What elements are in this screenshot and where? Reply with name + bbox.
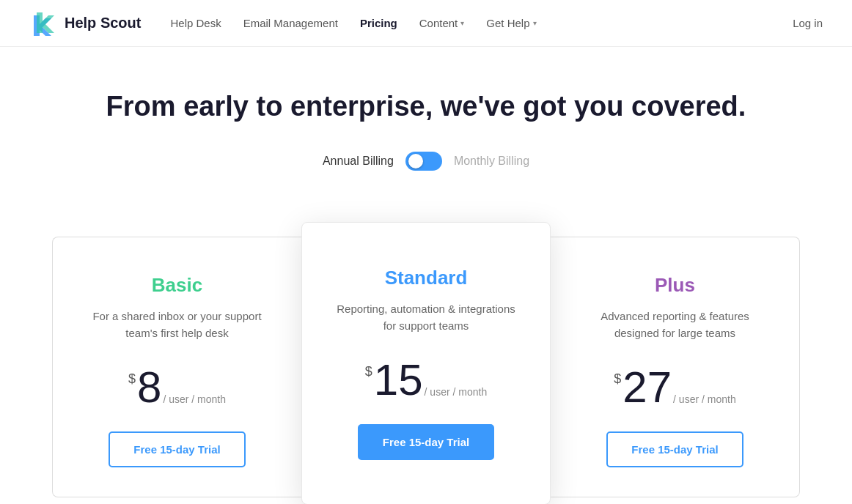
nav-get-help[interactable]: Get Help ▾	[486, 17, 536, 29]
helpscout-logo-icon	[29, 10, 57, 37]
nav-help-desk[interactable]: Help Desk	[170, 17, 221, 29]
logo-link[interactable]: Help Scout	[29, 10, 141, 37]
price-num-standard: 15	[374, 358, 423, 402]
logo-text: Help Scout	[65, 15, 141, 32]
plan-name-basic: Basic	[82, 274, 272, 297]
monthly-billing-label: Monthly Billing	[454, 155, 529, 168]
currency-basic: $	[128, 371, 136, 387]
plan-card-standard: Standard Reporting, automation & integra…	[301, 222, 551, 504]
navbar: Help Scout Help Desk Email Management Pr…	[0, 0, 852, 47]
plan-desc-basic: For a shared inbox or your support team'…	[82, 308, 272, 344]
plan-price-standard: $ 15 / user / month	[331, 358, 521, 402]
plan-price-basic: $ 8 / user / month	[82, 366, 272, 410]
price-period-standard: / user / month	[425, 386, 488, 398]
hero-section: From early to enterprise, we've got you …	[0, 47, 852, 237]
nav-content[interactable]: Content ▾	[419, 17, 465, 29]
trial-btn-standard[interactable]: Free 15-day Trial	[358, 424, 494, 460]
billing-toggle[interactable]	[405, 152, 442, 171]
price-num-plus: 27	[623, 366, 672, 410]
annual-billing-label: Annual Billing	[323, 155, 394, 168]
nav-email-management[interactable]: Email Management	[243, 17, 338, 29]
plan-price-plus: $ 27 / user / month	[580, 366, 770, 410]
price-period-basic: / user / month	[163, 393, 226, 405]
nav-pricing[interactable]: Pricing	[360, 17, 397, 29]
get-help-chevron-icon: ▾	[533, 19, 537, 27]
login-link[interactable]: Log in	[793, 17, 823, 29]
plan-name-standard: Standard	[331, 267, 521, 289]
currency-plus: $	[614, 371, 621, 387]
price-period-plus: / user / month	[673, 393, 736, 405]
billing-toggle-group: Annual Billing Monthly Billing	[15, 152, 837, 171]
pricing-cards: Basic For a shared inbox or your support…	[0, 237, 852, 504]
content-chevron-icon: ▾	[460, 19, 464, 27]
plan-card-plus: Plus Advanced reporting & features desig…	[551, 237, 800, 497]
plan-desc-plus: Advanced reporting & features designed f…	[580, 308, 770, 344]
hero-title: From early to enterprise, we've got you …	[15, 91, 837, 122]
price-num-basic: 8	[137, 366, 161, 410]
trial-btn-basic[interactable]: Free 15-day Trial	[109, 431, 245, 467]
currency-standard: $	[365, 364, 372, 379]
plan-name-plus: Plus	[580, 274, 770, 297]
nav-links: Help Desk Email Management Pricing Conte…	[170, 17, 793, 29]
plan-card-basic: Basic For a shared inbox or your support…	[52, 237, 301, 497]
toggle-thumb	[408, 154, 423, 168]
plan-desc-standard: Reporting, automation & integrations for…	[331, 301, 521, 336]
trial-btn-plus[interactable]: Free 15-day Trial	[606, 431, 743, 467]
